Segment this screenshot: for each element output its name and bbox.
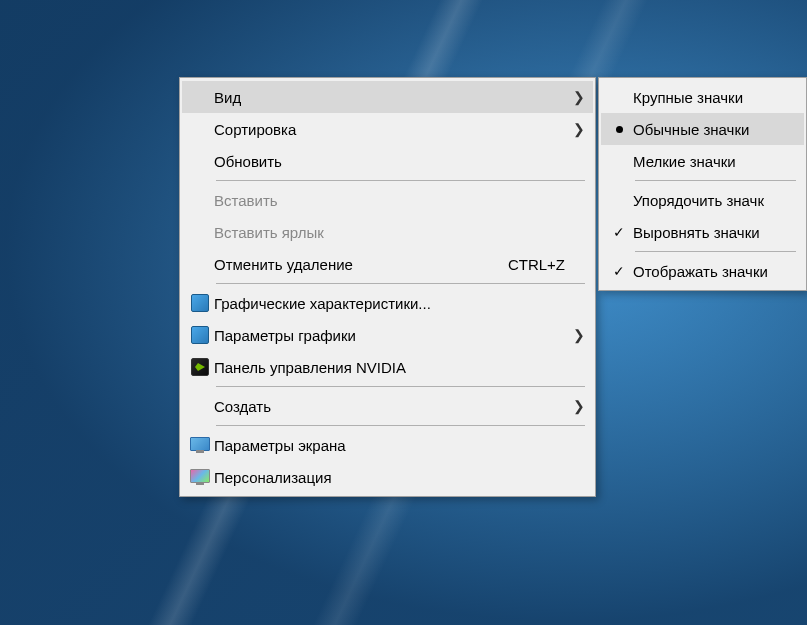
submenu-item-auto-arrange[interactable]: Упорядочить значк bbox=[601, 184, 804, 216]
menu-label-nvidia: Панель управления NVIDIA bbox=[214, 359, 585, 376]
menu-item-paste-shortcut: Вставить ярлык bbox=[182, 216, 593, 248]
menu-item-undo-delete[interactable]: Отменить удаление CTRL+Z bbox=[182, 248, 593, 280]
menu-separator bbox=[635, 180, 796, 181]
menu-label-paste-shortcut: Вставить ярлык bbox=[214, 224, 585, 241]
personalize-icon bbox=[186, 465, 214, 489]
menu-icon-empty bbox=[186, 149, 214, 173]
submenu-item-align-grid[interactable]: ✓ Выровнять значки bbox=[601, 216, 804, 248]
chevron-right-icon: ❯ bbox=[569, 327, 585, 343]
menu-item-nvidia-panel[interactable]: Панель управления NVIDIA bbox=[182, 351, 593, 383]
submenu-label-small-icons: Мелкие значки bbox=[633, 153, 800, 170]
menu-icon-empty bbox=[186, 85, 214, 109]
menu-label-undo-delete: Отменить удаление bbox=[214, 256, 496, 273]
submenu-item-large-icons[interactable]: Крупные значки bbox=[601, 81, 804, 113]
context-menu-main: Вид ❯ Сортировка ❯ Обновить Вставить Вст… bbox=[179, 77, 596, 497]
chevron-right-icon: ❯ bbox=[569, 398, 585, 414]
menu-item-graphics-props[interactable]: Графические характеристики... bbox=[182, 287, 593, 319]
submenu-item-medium-icons[interactable]: Обычные значки bbox=[601, 113, 804, 145]
menu-item-sort[interactable]: Сортировка ❯ bbox=[182, 113, 593, 145]
menu-label-personalize: Персонализация bbox=[214, 469, 585, 486]
menu-label-display-settings: Параметры экрана bbox=[214, 437, 585, 454]
radio-selected-icon bbox=[605, 126, 633, 133]
menu-item-create[interactable]: Создать ❯ bbox=[182, 390, 593, 422]
menu-separator bbox=[216, 425, 585, 426]
submenu-label-align-grid: Выровнять значки bbox=[633, 224, 800, 241]
menu-separator bbox=[216, 283, 585, 284]
menu-label-sort: Сортировка bbox=[214, 121, 569, 138]
submenu-item-show-icons[interactable]: ✓ Отображать значки bbox=[601, 255, 804, 287]
submenu-item-small-icons[interactable]: Мелкие значки bbox=[601, 145, 804, 177]
context-menu-view-submenu: Крупные значки Обычные значки Мелкие зна… bbox=[598, 77, 807, 291]
chevron-right-icon: ❯ bbox=[569, 121, 585, 137]
menu-label-paste: Вставить bbox=[214, 192, 585, 209]
nvidia-icon bbox=[186, 355, 214, 379]
menu-item-view[interactable]: Вид ❯ bbox=[182, 81, 593, 113]
checkmark-icon: ✓ bbox=[605, 263, 633, 279]
submenu-label-auto-arrange: Упорядочить значк bbox=[633, 192, 800, 209]
menu-item-graphics-params[interactable]: Параметры графики ❯ bbox=[182, 319, 593, 351]
submenu-label-show-icons: Отображать значки bbox=[633, 263, 800, 280]
menu-item-display-settings[interactable]: Параметры экрана bbox=[182, 429, 593, 461]
checkmark-icon: ✓ bbox=[605, 224, 633, 240]
intel-graphics-icon bbox=[186, 291, 214, 315]
menu-label-graphics-props: Графические характеристики... bbox=[214, 295, 585, 312]
menu-separator bbox=[216, 180, 585, 181]
menu-separator bbox=[635, 251, 796, 252]
menu-separator bbox=[216, 386, 585, 387]
intel-graphics-icon bbox=[186, 323, 214, 347]
menu-icon-empty bbox=[186, 117, 214, 141]
display-icon bbox=[186, 433, 214, 457]
menu-item-refresh[interactable]: Обновить bbox=[182, 145, 593, 177]
menu-icon-empty bbox=[186, 252, 214, 276]
menu-label-graphics-params: Параметры графики bbox=[214, 327, 569, 344]
submenu-label-large-icons: Крупные значки bbox=[633, 89, 800, 106]
menu-label-view: Вид bbox=[214, 89, 569, 106]
menu-item-paste: Вставить bbox=[182, 184, 593, 216]
submenu-label-medium-icons: Обычные значки bbox=[633, 121, 800, 138]
menu-label-refresh: Обновить bbox=[214, 153, 585, 170]
menu-icon-empty bbox=[186, 220, 214, 244]
menu-icon-empty bbox=[186, 394, 214, 418]
menu-icon-empty bbox=[186, 188, 214, 212]
menu-shortcut-undo: CTRL+Z bbox=[508, 256, 565, 273]
chevron-right-icon: ❯ bbox=[569, 89, 585, 105]
menu-label-create: Создать bbox=[214, 398, 569, 415]
menu-item-personalize[interactable]: Персонализация bbox=[182, 461, 593, 493]
